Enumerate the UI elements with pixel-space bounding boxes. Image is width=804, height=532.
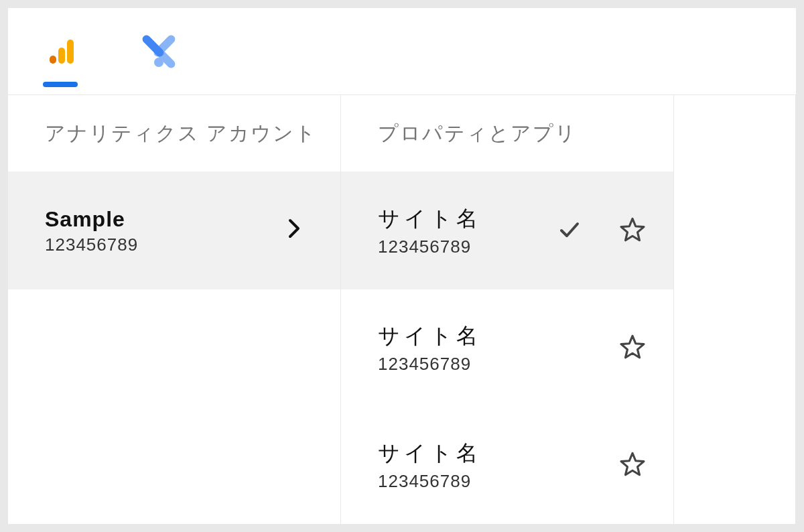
properties-column: プロパティとアプリ サイト名 123456789 サイト名 <box>341 95 674 524</box>
tagmanager-icon <box>141 34 176 69</box>
check-icon <box>557 218 582 245</box>
star-icon[interactable] <box>618 333 647 364</box>
property-row-text: サイト名 123456789 <box>378 204 557 257</box>
property-row[interactable]: サイト名 123456789 <box>341 172 673 289</box>
property-row[interactable]: サイト名 123456789 <box>341 289 673 407</box>
account-row[interactable]: Sample 123456789 <box>8 172 340 289</box>
account-id: 123456789 <box>45 235 288 255</box>
property-row-actions <box>618 333 647 364</box>
property-name: サイト名 <box>378 439 618 468</box>
account-row-text: Sample 123456789 <box>45 207 288 255</box>
svg-point-6 <box>154 58 163 67</box>
svg-rect-0 <box>50 56 56 64</box>
property-row-text: サイト名 123456789 <box>378 322 618 375</box>
star-icon[interactable] <box>618 216 647 247</box>
columns: アナリティクス アカウント Sample 123456789 プロパティとアプリ… <box>8 95 796 524</box>
property-id: 123456789 <box>378 354 618 375</box>
accounts-column: アナリティクス アカウント Sample 123456789 <box>8 95 341 524</box>
properties-header: プロパティとアプリ <box>341 95 673 172</box>
tab-analytics[interactable] <box>42 21 82 82</box>
property-name: サイト名 <box>378 204 557 234</box>
active-tab-underline <box>43 82 78 87</box>
property-name: サイト名 <box>378 322 618 351</box>
property-row-actions <box>557 216 647 247</box>
empty-column <box>674 95 796 524</box>
star-icon[interactable] <box>618 450 647 481</box>
tab-tagmanager[interactable] <box>139 21 179 82</box>
property-row-actions <box>618 450 647 481</box>
property-id: 123456789 <box>378 471 618 492</box>
account-picker-panel: アナリティクス アカウント Sample 123456789 プロパティとアプリ… <box>8 8 796 524</box>
analytics-icon <box>46 36 78 68</box>
accounts-header: アナリティクス アカウント <box>8 95 340 172</box>
svg-rect-1 <box>58 48 65 64</box>
property-id: 123456789 <box>378 237 557 257</box>
property-row-text: サイト名 123456789 <box>378 439 618 492</box>
product-tabs <box>8 8 796 95</box>
chevron-right-icon <box>288 218 300 244</box>
account-name: Sample <box>45 207 288 232</box>
property-row[interactable]: サイト名 123456789 <box>341 407 673 524</box>
svg-rect-2 <box>67 40 74 64</box>
